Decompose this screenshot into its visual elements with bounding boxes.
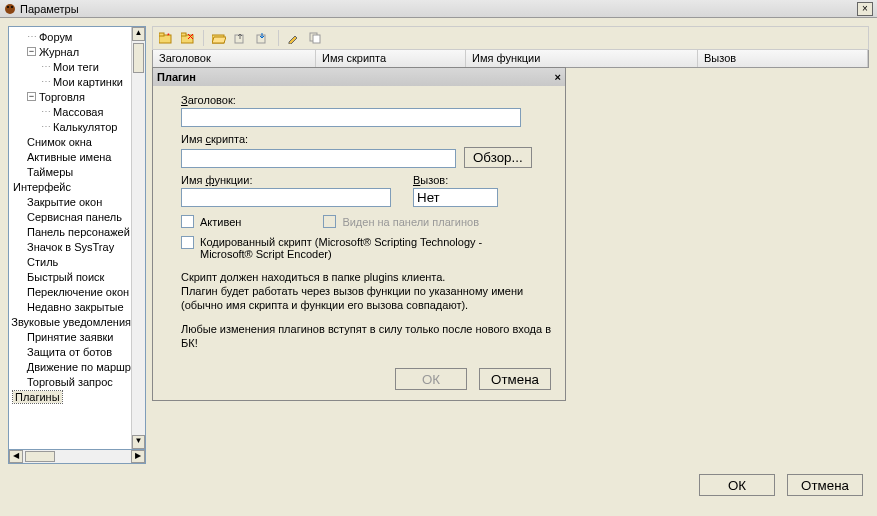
scroll-down-button[interactable]: ▼ [132, 435, 145, 449]
tree-item-label: Торговля [39, 91, 85, 103]
tree-expander[interactable]: − [27, 92, 36, 101]
scroll-left-button[interactable]: ◀ [9, 450, 23, 463]
tree-expander[interactable]: − [27, 47, 36, 56]
scroll-up-button[interactable]: ▲ [132, 27, 145, 41]
header-input[interactable] [181, 108, 521, 127]
call-input[interactable] [413, 188, 498, 207]
tree-item-label: Форум [39, 31, 72, 43]
tree-dots-icon: ⋯ [41, 121, 51, 132]
window-titlebar: Параметры × [0, 0, 877, 18]
scroll-right-button[interactable]: ▶ [131, 450, 145, 463]
col-header-call[interactable]: Вызов [698, 50, 868, 67]
tree-item[interactable]: ⋯Мои картинки [9, 74, 131, 89]
tree-item[interactable]: Защита от ботов [9, 344, 131, 359]
svg-rect-14 [313, 35, 320, 43]
tree-item[interactable]: ⋯Мои теги [9, 59, 131, 74]
plugin-titlebar: Плагин × [153, 68, 565, 86]
tree-item-label: Принятие заявки [27, 331, 113, 343]
tree-item-label: Защита от ботов [27, 346, 112, 358]
main-cancel-button[interactable]: Отмена [787, 474, 863, 496]
tree-item[interactable]: Переключение окон [9, 284, 131, 299]
browse-button[interactable]: Обзор... [464, 147, 532, 168]
tree-item[interactable]: Панель персонажей [9, 224, 131, 239]
tree-item[interactable]: ⋯Калькулятор [9, 119, 131, 134]
toolbar-separator [278, 30, 279, 46]
tree-item[interactable]: Недавно закрытые [9, 299, 131, 314]
tree-item-label: Недавно закрытые [27, 301, 124, 313]
tree-box: ⋯Форум−Журнал⋯Мои теги⋯Мои картинки−Торг… [8, 26, 146, 450]
hscroll-track[interactable] [23, 450, 131, 463]
tree-item[interactable]: Закрытие окон [9, 194, 131, 209]
tree-item-label: Переключение окон [27, 286, 129, 298]
plugin-body: Заголовок: Имя скрипта: Обзор... Имя фун… [153, 86, 565, 400]
tree-item-label: Интерфейс [13, 181, 71, 193]
tree-item[interactable]: Активные имена [9, 149, 131, 164]
tree-item[interactable]: Сервисная панель [9, 209, 131, 224]
tree-item[interactable]: −Торговля [9, 89, 131, 104]
tree-item[interactable]: Движение по маршр [9, 359, 131, 374]
script-input[interactable] [181, 149, 456, 168]
tree-item-label: Торговый запрос [27, 376, 113, 388]
tree-item-label: Сервисная панель [27, 211, 122, 223]
tree-item-label: Значок в SysTray [27, 241, 114, 253]
svg-rect-7 [181, 33, 186, 36]
tree-item[interactable]: Стиль [9, 254, 131, 269]
export-icon[interactable] [232, 29, 250, 47]
col-header-script[interactable]: Имя скрипта [316, 50, 466, 67]
tree-dots-icon: ⋯ [27, 31, 37, 42]
plugin-dialog-title: Плагин [157, 71, 555, 83]
tree-item[interactable]: Интерфейс [9, 179, 131, 194]
tree-item-label: Активные имена [27, 151, 111, 163]
svg-point-1 [7, 6, 9, 8]
tree-item[interactable]: Плагины [9, 389, 131, 404]
tree-item[interactable]: Быстрый поиск [9, 269, 131, 284]
tree-item[interactable]: Торговый запрос [9, 374, 131, 389]
encoded-label: Кодированный скрипт (Microsoft® Scriptin… [200, 236, 510, 260]
header-label: Заголовок: [181, 94, 551, 106]
col-header-title[interactable]: Заголовок [153, 50, 316, 67]
new-folder-icon[interactable]: * [157, 29, 175, 47]
main-ok-button[interactable]: ОК [699, 474, 775, 496]
plugin-close-button[interactable]: × [555, 71, 561, 83]
help-text-2: Любые изменения плагинов вступят в силу … [181, 322, 551, 350]
window-title: Параметры [20, 3, 857, 15]
tree-item-label: Калькулятор [53, 121, 117, 133]
window-close-button[interactable]: × [857, 2, 873, 16]
tree-item-label: Таймеры [27, 166, 73, 178]
hscroll-thumb[interactable] [25, 451, 55, 462]
active-checkbox[interactable] [181, 215, 194, 228]
func-label: Имя функции: [181, 174, 391, 186]
call-label: Вызов: [413, 174, 498, 186]
svg-point-0 [5, 4, 15, 14]
svg-text:*: * [167, 32, 170, 39]
dialog-ok-button[interactable]: ОК [395, 368, 467, 390]
svg-point-2 [11, 6, 13, 8]
tree-hscroll[interactable]: ◀ ▶ [8, 450, 146, 464]
tree-item[interactable]: Таймеры [9, 164, 131, 179]
tree-item[interactable]: ⋯Форум [9, 29, 131, 44]
delete-folder-icon[interactable] [179, 29, 197, 47]
import-icon[interactable] [254, 29, 272, 47]
copy-icon[interactable] [307, 29, 325, 47]
tree-item[interactable]: Снимок окна [9, 134, 131, 149]
tree-item[interactable]: Значок в SysTray [9, 239, 131, 254]
tree-item-label: Движение по маршр [27, 361, 131, 373]
tree-item[interactable]: −Журнал [9, 44, 131, 59]
edit-icon[interactable] [285, 29, 303, 47]
col-header-function[interactable]: Имя функции [466, 50, 698, 67]
encoded-checkbox[interactable] [181, 236, 194, 249]
scroll-track[interactable] [132, 41, 145, 435]
tree-vscroll[interactable]: ▲ ▼ [131, 27, 145, 449]
tree-item-label: Закрытие окон [27, 196, 102, 208]
tree-item[interactable]: ⋯Массовая [9, 104, 131, 119]
svg-rect-11 [235, 35, 243, 43]
toolbar: * [152, 26, 869, 50]
main-area: ⋯Форум−Журнал⋯Мои теги⋯Мои картинки−Торг… [0, 18, 877, 464]
dialog-cancel-button[interactable]: Отмена [479, 368, 551, 390]
tree-item[interactable]: Принятие заявки [9, 329, 131, 344]
open-folder-icon[interactable] [210, 29, 228, 47]
tree-dots-icon: ⋯ [41, 61, 51, 72]
tree-item[interactable]: Звуковые уведомления [9, 314, 131, 329]
scroll-thumb[interactable] [133, 43, 144, 73]
func-input[interactable] [181, 188, 391, 207]
